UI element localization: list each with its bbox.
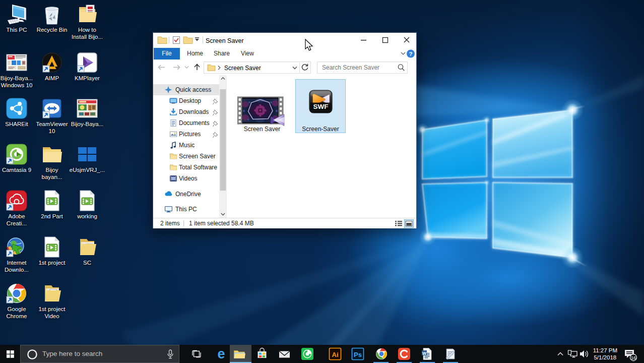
svg-text:16: 16 [631, 355, 636, 360]
svg-text:W: W [422, 351, 427, 356]
svg-text:?: ? [409, 51, 412, 57]
svg-text:Ai: Ai [332, 351, 339, 358]
svg-text:Screen Saver: Screen Saver [206, 37, 244, 44]
svg-text:SWF: SWF [313, 103, 329, 110]
svg-text:e: e [217, 346, 225, 361]
svg-text:Screen Saver: Screen Saver [224, 65, 261, 72]
svg-text:Ps: Ps [354, 351, 362, 358]
